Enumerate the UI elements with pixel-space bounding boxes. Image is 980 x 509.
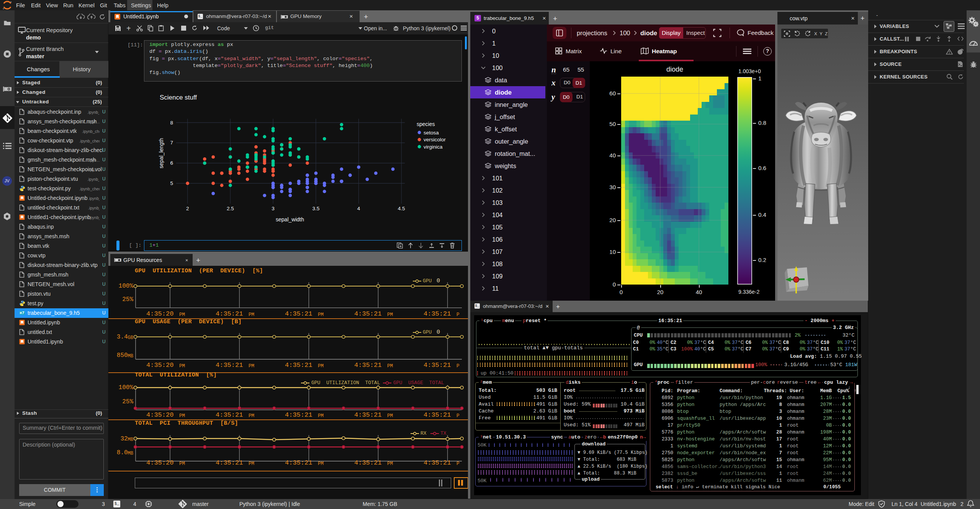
svg-text:7: 7: [170, 140, 173, 146]
svg-text:5: 5: [170, 180, 173, 186]
svg-text:species: species: [417, 121, 435, 127]
svg-text:3: 3: [272, 206, 275, 211]
svg-text:3.5: 3.5: [312, 206, 319, 211]
svg-text:Science stuff: Science stuff: [160, 94, 197, 101]
svg-text:versicolor: versicolor: [424, 137, 446, 142]
svg-text:sepal_length: sepal_length: [158, 138, 164, 168]
svg-text:6: 6: [170, 160, 173, 166]
svg-text:sepal_width: sepal_width: [276, 216, 304, 223]
svg-text:2.5: 2.5: [227, 206, 234, 211]
svg-text:virginica: virginica: [424, 144, 443, 150]
svg-text:8: 8: [170, 120, 173, 126]
svg-text:setosa: setosa: [424, 130, 439, 136]
svg-text:4: 4: [357, 206, 360, 211]
svg-text:4.5: 4.5: [398, 206, 405, 211]
svg-text:2: 2: [186, 206, 189, 211]
